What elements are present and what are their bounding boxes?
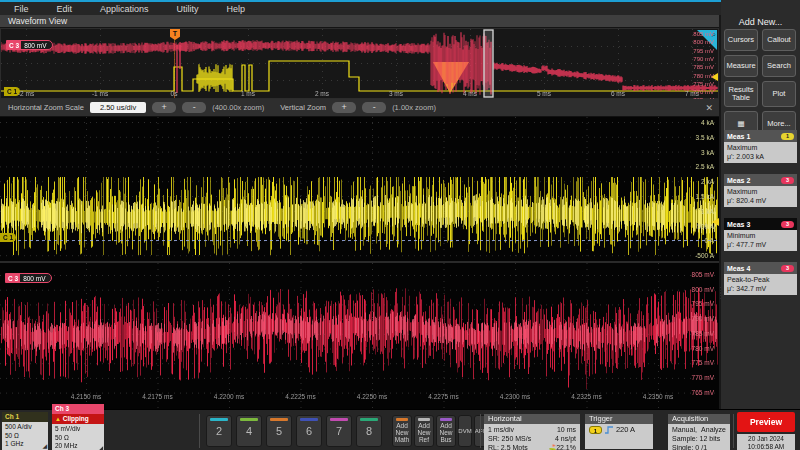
ch3-badge[interactable]: Ch 3 ▲ Clipping 5 mV/div50 Ω20 MHz◢ (52, 404, 104, 450)
main-x-tick: 4.2350 ms (643, 393, 673, 400)
v-zoom-plus-button[interactable]: + (332, 102, 356, 113)
h-zoom-minus-button[interactable]: - (182, 102, 206, 113)
ch1-y-tick: 4 kA (701, 119, 714, 126)
tab-bar: Waveform View (0, 15, 719, 28)
oscilloscope-app: FileEditApplicationsUtilityHelp Tektroni… (0, 0, 800, 450)
meas-type: Maximum (727, 143, 794, 152)
ch1-y-tick: 0 A (705, 237, 714, 244)
overview-waveform-canvas[interactable] (1, 29, 718, 98)
channel-5-button[interactable]: 5 (266, 415, 292, 447)
add-color-stripe (418, 418, 430, 421)
h-zoom-scale-value[interactable]: 2.50 us/div (90, 102, 146, 113)
ch3-channel-label[interactable]: C 3 800 mV (5, 273, 52, 283)
preview-button[interactable]: Preview (737, 412, 795, 432)
channel-color-stripe (360, 418, 378, 421)
meas-card-4[interactable]: Meas 43Peak-to-Peakμ': 342.7 mV (724, 262, 797, 295)
horizontal-row: 1 ms/div10 ms (488, 425, 576, 434)
ch1-y-tick: 2.5 kA (696, 163, 714, 170)
add-new-bus-button[interactable]: Add New Bus (436, 415, 456, 447)
menu-help[interactable]: Help (213, 4, 260, 14)
bottom-bar: Ch 1 500 A/div50 Ω1 GHz◢ Ch 3 ▲ Clipping… (0, 409, 800, 450)
badge-row: 50 Ω (5, 432, 45, 441)
add-new-header: Add New... (721, 0, 800, 27)
meas-name: Meas 4 (727, 265, 750, 272)
add-color-stripe (440, 418, 452, 421)
horizontal-panel[interactable]: Horizontal 1 ms/div10 msSR: 250 MS/s4 ns… (484, 414, 580, 450)
tab-waveform-view[interactable]: Waveform View (0, 15, 719, 28)
separator (480, 414, 481, 448)
overview-y-tick: 805 mV (693, 31, 714, 38)
menu-utility[interactable]: Utility (163, 4, 213, 14)
main-x-tick: 4.2150 ms (71, 393, 101, 400)
menu-applications[interactable]: Applications (86, 4, 163, 14)
ch1-badge[interactable]: Ch 1 500 A/div50 Ω1 GHz◢ (2, 412, 48, 450)
menu-edit[interactable]: Edit (43, 4, 87, 14)
trigger-position-icon: ⛳ (549, 445, 557, 450)
trigger-panel[interactable]: Trigger 1 220 A (585, 414, 653, 449)
channel-2-button[interactable]: 2 (206, 415, 232, 447)
meas-value: μ': 342.7 mV (727, 284, 794, 293)
channel-8-button[interactable]: 8 (356, 415, 382, 447)
channel-color-stripe (300, 418, 318, 421)
search-button[interactable]: Search (762, 55, 796, 77)
overview-x-tick: 2 ms (315, 90, 329, 97)
add-new-ref-button[interactable]: Add New Ref (414, 415, 434, 447)
overview-x-tick: 4 ms (463, 90, 477, 97)
meas-source-badge: 1 (781, 133, 794, 140)
add-label: Add New Ref (417, 422, 430, 443)
ch1-ground-marker[interactable]: C 1 (0, 233, 16, 242)
cursors-button[interactable]: Cursors (724, 29, 758, 51)
channel-color-stripe (270, 418, 288, 421)
acquisition-row: Single: 0 /1 (672, 443, 726, 450)
meas-card-1[interactable]: Meas 11Maximumμ': 2.003 kA (724, 130, 797, 163)
dvm-button[interactable]: DVM (458, 415, 472, 447)
close-zoom-icon[interactable]: ✕ (705, 103, 713, 113)
menu-file[interactable]: File (0, 4, 43, 14)
plot-button[interactable]: Plot (762, 81, 796, 107)
results-table-button[interactable]: Results Table (724, 81, 758, 107)
add-new-math-button[interactable]: Add New Math (392, 415, 412, 447)
channel-4-button[interactable]: 4 (236, 415, 262, 447)
ch1-y-tick: 2 kA (701, 178, 714, 185)
datetime-display: 20 Jan 2024 10:06:58 AM (737, 434, 795, 450)
trigger-source-badge: 1 (589, 426, 602, 434)
ch3-waveform-canvas[interactable] (0, 263, 719, 409)
zoom-scale-bar: Horizontal Zoom Scale 2.50 us/div + - (4… (0, 99, 719, 117)
zoomed-waveform-view[interactable]: C 1 C 3 800 mV 4 kA3.5 kA3 kA2.5 kA2 kA1… (0, 117, 719, 409)
menu-bar: FileEditApplicationsUtilityHelp (0, 2, 800, 15)
v-zoom-minus-button[interactable]: - (362, 102, 386, 113)
callout-button[interactable]: Callout (762, 29, 796, 51)
main-x-tick: 4.2325 ms (571, 393, 601, 400)
ch1-y-tick: 500 A (697, 223, 714, 230)
meas-card-2[interactable]: Meas 23Maximumμ': 820.4 mV (724, 174, 797, 207)
acquisition-row: Sample: 12 bits (672, 434, 726, 443)
ch3-y-tick: 795 mV (692, 300, 714, 307)
overview-ch3-label[interactable]: C 3 800 mV (6, 40, 53, 50)
main-x-tick: 4.2300 ms (500, 393, 530, 400)
badge-row: 5 mV/div (55, 425, 101, 434)
horizontal-row: RL: 2.5 Mpts⛳22.1% (488, 443, 576, 450)
warning-triangle-icon: ▲ (55, 416, 61, 422)
measure-button[interactable]: Measure (724, 55, 758, 77)
overview-graticule[interactable]: T C 3 800 mV C 1 ⌕ -2 ms-1 ms0s1 ms2 ms3… (0, 28, 719, 99)
meas-body: Maximumμ': 2.003 kA (724, 142, 797, 163)
meas-source-badge: 3 (781, 221, 794, 228)
acquisition-panel[interactable]: Acquisition Manual,AnalyzeSample: 12 bit… (668, 414, 730, 450)
h-zoom-plus-button[interactable]: + (152, 102, 176, 113)
badge-row: 500 A/div (5, 423, 45, 432)
ch1-y-tick: 1 kA (701, 208, 714, 215)
rising-edge-icon (604, 425, 614, 435)
meas-card-3[interactable]: Meas 33Minimumμ': 477.7 mV (724, 218, 797, 251)
add-new-buttons: CursorsCalloutMeasureSearchResults Table… (724, 29, 797, 137)
channel-6-button[interactable]: 6 (296, 415, 322, 447)
meas-header: Meas 11 (724, 130, 797, 142)
channel-7-button[interactable]: 7 (326, 415, 352, 447)
overview-x-tick: -1 ms (92, 90, 108, 97)
main-x-tick: 4.2225 ms (285, 393, 315, 400)
meas-name: Meas 3 (727, 221, 750, 228)
ch1-waveform-canvas[interactable] (0, 117, 719, 261)
main-x-tick: 4.2175 ms (142, 393, 172, 400)
trigger-level-value: 220 A (616, 425, 635, 434)
add-label: Add New Bus (439, 422, 452, 443)
meas-body: Peak-to-Peakμ': 342.7 mV (724, 274, 797, 295)
